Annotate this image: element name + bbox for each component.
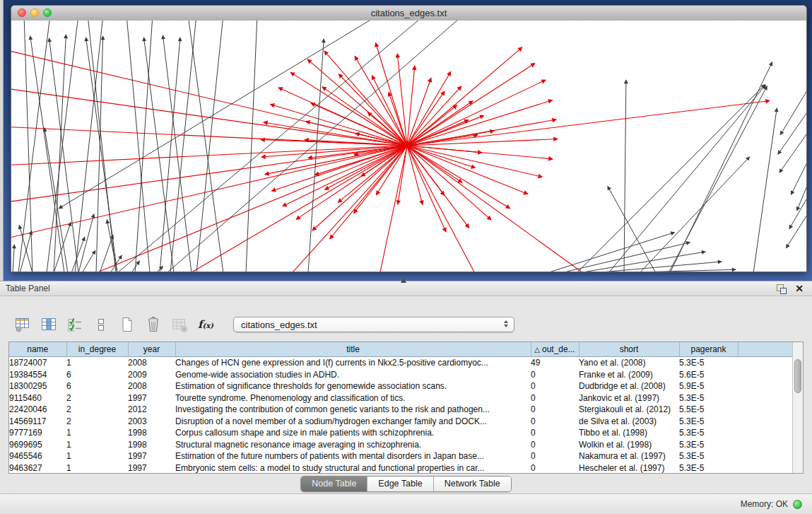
cell-short[interactable]: Dudbridge et al. (2008) — [579, 380, 679, 392]
network-edge[interactable] — [196, 21, 223, 271]
cell-short[interactable]: Franke et al. (2009) — [579, 369, 679, 381]
table-select-dropdown[interactable]: citations_edges.txt — [233, 317, 514, 332]
cell-name[interactable]: 18724007 — [9, 357, 66, 369]
cell-in_degree[interactable]: 2 — [66, 416, 128, 428]
network-edge[interactable] — [246, 21, 257, 271]
cell-pagerank[interactable]: 5.5E-5 — [679, 404, 738, 416]
network-edge[interactable] — [561, 243, 690, 271]
cell-in_degree[interactable]: 1 — [66, 357, 128, 369]
cell-out_degree[interactable]: 0 — [531, 404, 579, 416]
cell-year[interactable]: 1998 — [128, 427, 175, 439]
network-edge[interactable] — [312, 146, 407, 230]
cell-short[interactable]: Nakamura et al. (1997) — [579, 450, 679, 462]
cell-year[interactable]: 1998 — [128, 439, 175, 451]
cell-title[interactable]: Estimation of the future numbers of pati… — [175, 450, 531, 462]
cell-name[interactable]: 19384554 — [9, 369, 66, 381]
table-row[interactable]: 977716911998Corpus callosum shape and si… — [9, 427, 794, 439]
tab-edge-table[interactable]: Edge Table — [367, 477, 433, 491]
close-panel-icon[interactable]: ✕ — [795, 284, 804, 293]
cell-out_degree[interactable]: 0 — [531, 380, 579, 392]
network-edge[interactable] — [372, 76, 407, 146]
network-edge[interactable] — [117, 21, 425, 271]
cell-in_degree[interactable]: 2 — [66, 392, 128, 404]
cell-name[interactable]: 9463627 — [9, 462, 66, 474]
cell-short[interactable]: Hescheler et al. (1997) — [579, 462, 679, 474]
table-scrollbar[interactable] — [792, 342, 803, 473]
column-header-title[interactable]: title — [175, 342, 531, 357]
network-canvas[interactable] — [11, 21, 806, 271]
network-edge[interactable] — [791, 143, 806, 194]
cell-title[interactable]: Embryonic stem cells: a model to study s… — [175, 462, 531, 474]
cell-name[interactable]: 9777169 — [9, 427, 66, 439]
cell-pagerank[interactable]: 5.3E-5 — [679, 450, 738, 462]
cell-out_degree[interactable]: 49 — [531, 357, 579, 369]
network-edge[interactable] — [407, 63, 535, 146]
network-edge[interactable] — [308, 39, 324, 271]
network-edge[interactable] — [11, 88, 407, 146]
cell-out_degree[interactable]: 0 — [531, 439, 579, 451]
memory-ok-indicator[interactable] — [793, 500, 802, 509]
network-edge[interactable] — [407, 146, 510, 209]
column-header-out_degree[interactable]: △out_de... — [531, 342, 579, 357]
cell-out_degree[interactable]: 0 — [531, 416, 579, 428]
network-edge[interactable] — [670, 62, 772, 271]
cell-short[interactable]: Yano et al. (2008) — [579, 357, 679, 369]
cell-short[interactable]: de Silva et al. (2003) — [579, 416, 679, 428]
cell-short[interactable]: Jankovic et al. (1997) — [579, 392, 679, 404]
cell-pagerank[interactable]: 5.3E-5 — [679, 392, 738, 404]
cell-short[interactable]: Tibbo et al. (1998) — [579, 427, 679, 439]
function-builder-button[interactable]: f(x) — [196, 315, 216, 334]
network-edge[interactable] — [322, 87, 407, 146]
cell-in_degree[interactable]: 1 — [66, 439, 128, 451]
network-edge[interactable] — [156, 266, 163, 271]
cell-year[interactable]: 2003 — [128, 416, 175, 428]
network-edge[interactable] — [45, 128, 68, 271]
network-edge[interactable] — [407, 100, 553, 146]
float-panel-icon[interactable] — [777, 284, 786, 293]
cell-year[interactable]: 2008 — [128, 357, 175, 369]
column-header-name[interactable]: name — [9, 342, 66, 357]
table-row[interactable]: 1456911722003Disruption of a novel membe… — [9, 416, 794, 428]
table-row[interactable]: 946554611997Estimation of the future num… — [9, 450, 794, 462]
network-edge[interactable] — [20, 231, 32, 271]
network-edge[interactable] — [311, 103, 407, 146]
cell-title[interactable]: Genome-wide association studies in ADHD. — [175, 369, 531, 381]
table-row[interactable]: 1830029562008Estimation of significance … — [9, 380, 794, 392]
network-edge[interactable] — [107, 220, 117, 271]
network-edge[interactable] — [13, 245, 14, 271]
column-header-pagerank[interactable]: pagerank — [679, 342, 738, 357]
tab-node-table[interactable]: Node Table — [301, 477, 367, 491]
cell-title[interactable]: Estimation of significance thresholds fo… — [175, 380, 531, 392]
cell-pagerank[interactable]: 5.3E-5 — [679, 439, 738, 451]
network-edge[interactable] — [778, 98, 806, 154]
cell-in_degree[interactable]: 2 — [66, 404, 128, 416]
network-edge[interactable] — [797, 162, 806, 211]
column-header-year[interactable]: year — [128, 342, 175, 357]
cell-in_degree[interactable]: 6 — [66, 380, 128, 392]
cell-name[interactable]: 22420046 — [9, 404, 66, 416]
network-edge[interactable] — [624, 80, 626, 271]
network-edge[interactable] — [407, 80, 546, 146]
network-edge[interactable] — [789, 181, 806, 229]
network-edge[interactable] — [188, 21, 223, 271]
network-edge[interactable] — [324, 51, 407, 146]
network-edge[interactable] — [54, 35, 66, 271]
network-edge[interactable] — [18, 21, 50, 271]
network-edge[interactable] — [608, 186, 656, 271]
network-edge[interactable] — [100, 235, 113, 271]
citation-network-graph[interactable] — [11, 21, 806, 271]
network-edge[interactable] — [577, 84, 765, 271]
cell-title[interactable]: Changes of HCN gene expression and I(f) … — [175, 357, 531, 369]
cell-in_degree[interactable]: 1 — [66, 427, 128, 439]
network-edge[interactable] — [593, 262, 722, 271]
scrollbar-thumb[interactable] — [794, 359, 801, 393]
cell-pagerank[interactable]: 5.3E-5 — [679, 462, 738, 474]
column-header-in_degree[interactable]: in_degree — [66, 342, 128, 357]
cell-pagerank[interactable]: 5.3E-5 — [679, 416, 738, 428]
network-edge[interactable] — [376, 42, 407, 146]
table-row[interactable]: 969969511998Structural magnetic resonanc… — [9, 439, 794, 451]
cell-in_degree[interactable]: 6 — [66, 369, 128, 381]
network-edge[interactable] — [780, 74, 806, 135]
cell-year[interactable]: 2012 — [128, 404, 175, 416]
row-options-button[interactable] — [91, 315, 111, 334]
